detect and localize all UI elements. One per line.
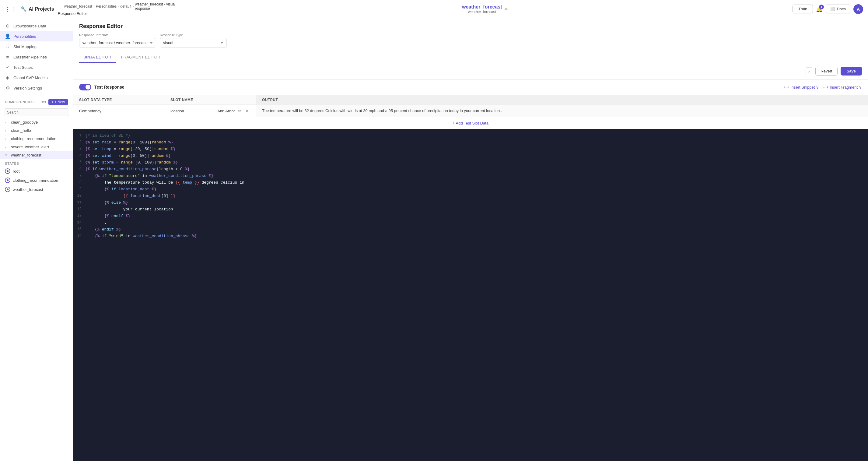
line-content: your current location <box>85 206 868 213</box>
line-number: 2 <box>73 140 85 145</box>
add-slot-button[interactable]: + Add Test Slot Data <box>453 121 489 125</box>
line-number: 16 <box>73 233 85 239</box>
tree-item-weather-forecast[interactable]: ∨ weather_forecast ••• + <box>0 151 73 159</box>
code-editor[interactable]: 1 {# in lieu of BL #} 2 {% set rain = ra… <box>73 129 868 461</box>
revert-button[interactable]: Revert <box>815 67 837 76</box>
response-type-select[interactable]: visual <box>160 38 227 48</box>
editor-title: Response Editor <box>79 23 862 30</box>
tree-item-label: weather_forecast <box>11 153 41 157</box>
cell-slot-name: location Ann Arbor ✏ ✕ <box>164 105 256 117</box>
section-actions: ••• + + New <box>41 99 68 105</box>
test-table-header: Slot Data Type Slot Name Output <box>73 95 868 105</box>
search-input[interactable] <box>4 108 69 116</box>
form-row: Response Template weather_forecast / wea… <box>79 33 862 52</box>
tree-item-clean-goodbye[interactable]: › clean_goodbye <box>0 118 73 126</box>
editor-header: Response Editor Response Template weathe… <box>73 18 868 63</box>
cell-output: The temperature will be 32 degrees Celci… <box>256 105 868 117</box>
line-number: 4 <box>73 153 85 159</box>
more-button[interactable]: ••• <box>41 99 46 105</box>
tree-item-clean-hello[interactable]: › clean_hello <box>0 126 73 135</box>
grid-icon: ⋮⋮ <box>5 6 16 12</box>
train-button[interactable]: Train <box>793 5 813 13</box>
delete-slot-button[interactable]: ✕ <box>245 108 250 114</box>
collapse-button[interactable]: › <box>806 67 813 75</box>
tree-item-add-button[interactable]: + <box>66 153 68 157</box>
insert-fragment-button[interactable]: + + Insert Fragment ∨ <box>823 85 862 89</box>
line-content: {% if weather_condition_phrase|length > … <box>85 166 868 173</box>
states-item-root[interactable]: root <box>0 167 73 176</box>
line-content: {% set wind = range(0, 50)|random %} <box>85 153 868 159</box>
edit-slot-button[interactable]: ✏ <box>238 108 242 114</box>
avatar-button[interactable]: A <box>854 4 863 14</box>
sidebar-item-svp-models[interactable]: ◈ Global SVP Models <box>0 73 73 83</box>
sidebar-item-label: Crowdsource Data <box>13 24 46 28</box>
tree-item-clothing-rec[interactable]: › clothing_recommendation <box>0 135 73 143</box>
line-content: . <box>85 220 868 226</box>
chevron-down-icon: ∨ <box>5 153 9 157</box>
chevron-right-icon: › <box>5 121 9 124</box>
slot-data-type-value: Competency <box>79 109 101 113</box>
response-type-group: Response Type visual <box>160 33 227 48</box>
line-content: {% set rain = range(0, 100)|random %} <box>85 140 868 146</box>
tree-item-label: severe_weather_alert <box>11 145 49 149</box>
tree-item-label: clean_hello <box>11 128 31 133</box>
test-toggle[interactable] <box>79 84 91 90</box>
tab-fragment-editor[interactable]: FRAGMENT EDITOR <box>116 52 165 63</box>
notification-badge: 4 <box>819 5 824 9</box>
line-content: {% set storm = range (0, 100)|random %} <box>85 160 868 166</box>
edit-personality-button[interactable]: ✏ <box>505 7 508 11</box>
state-label: weather_forecast <box>13 187 43 192</box>
notification-button[interactable]: 🔔 4 <box>816 6 823 12</box>
docs-button[interactable]: ⬜ Docs <box>826 5 850 13</box>
breadcrumb-part2[interactable]: Personalities <box>96 4 117 8</box>
col-slot-name: Slot Name <box>164 95 256 105</box>
response-template-group: Response Template weather_forecast / wea… <box>79 33 156 48</box>
sidebar-item-crowdsource[interactable]: ⊙ Crowdsource Data <box>0 21 73 31</box>
sidebar-item-test-suites[interactable]: ✓ Test Suites <box>0 62 73 73</box>
tree-item-severe-weather[interactable]: › severe_weather_alert <box>0 143 73 151</box>
sidebar-item-personalities[interactable]: 👤 Personalities <box>0 31 73 41</box>
states-item-clothing-rec[interactable]: clothing_recommendation <box>0 176 73 185</box>
tree-item-more-button[interactable]: ••• <box>61 153 64 157</box>
test-section: Test Response + + Insert Snippet ∨ + + I… <box>73 80 868 129</box>
sidebar-item-label: Slot Mapping <box>13 45 36 49</box>
slot-mapping-icon: ↔ <box>5 44 10 49</box>
line-number: 12 <box>73 206 85 212</box>
code-line-1: 1 {# in lieu of BL #} <box>73 133 868 140</box>
states-item-weather-forecast[interactable]: weather_forecast <box>0 185 73 194</box>
competencies-label: COMPETENCIES <box>5 100 34 104</box>
insert-fragment-label: + Insert Fragment <box>826 85 858 89</box>
col-output: Output <box>256 95 868 105</box>
line-content: {% if "temperature" in weather_condition… <box>85 173 868 179</box>
sidebar-item-classifier[interactable]: ≡ Classifier Pipelines <box>0 52 73 62</box>
sidebar-item-slot-mapping[interactable]: ↔ Slot Mapping <box>0 41 73 52</box>
breadcrumb-part3[interactable]: default <box>120 4 131 8</box>
wrench-icon: 🔧 <box>21 6 27 12</box>
crowdsource-icon: ⊙ <box>5 23 10 29</box>
new-label: + New <box>55 100 65 104</box>
line-number: 6 <box>73 166 85 172</box>
chevron-right-icon: › <box>5 129 9 133</box>
editor-toolbar: › Revert Save <box>73 63 868 80</box>
code-line-4: 4 {% set wind = range(0, 50)|random %} <box>73 153 868 160</box>
code-line-9: 9 {% if location_dest %} <box>73 186 868 193</box>
sidebar-item-version-settings[interactable]: ⚙ Version Settings <box>0 83 73 93</box>
test-suites-icon: ✓ <box>5 64 10 70</box>
toggle-slider <box>79 84 91 90</box>
competencies-section-header: COMPETENCIES ••• + + New <box>0 96 73 107</box>
state-label: root <box>13 169 20 174</box>
line-number: 10 <box>73 193 85 199</box>
chevron-down-icon: ∨ <box>859 85 862 89</box>
test-actions: + + Insert Snippet ∨ + + Insert Fragment… <box>783 85 862 89</box>
breadcrumb-part1[interactable]: weather_forecast <box>64 4 92 8</box>
insert-snippet-button[interactable]: + + Insert Snippet ∨ <box>783 85 819 89</box>
code-line-14: 14 . <box>73 220 868 227</box>
new-competency-button[interactable]: + + New <box>49 99 68 105</box>
response-template-select[interactable]: weather_forecast / weather_forecast <box>79 38 156 48</box>
cell-slot-data-type: Competency <box>73 105 164 117</box>
tab-jinja-editor[interactable]: JINJA EDITOR <box>79 52 116 63</box>
page-title: Response Editor <box>58 11 178 16</box>
save-button[interactable]: Save <box>841 67 862 76</box>
test-toggle-area: Test Response <box>79 84 124 90</box>
main-content: Response Editor Response Template weathe… <box>73 18 868 461</box>
